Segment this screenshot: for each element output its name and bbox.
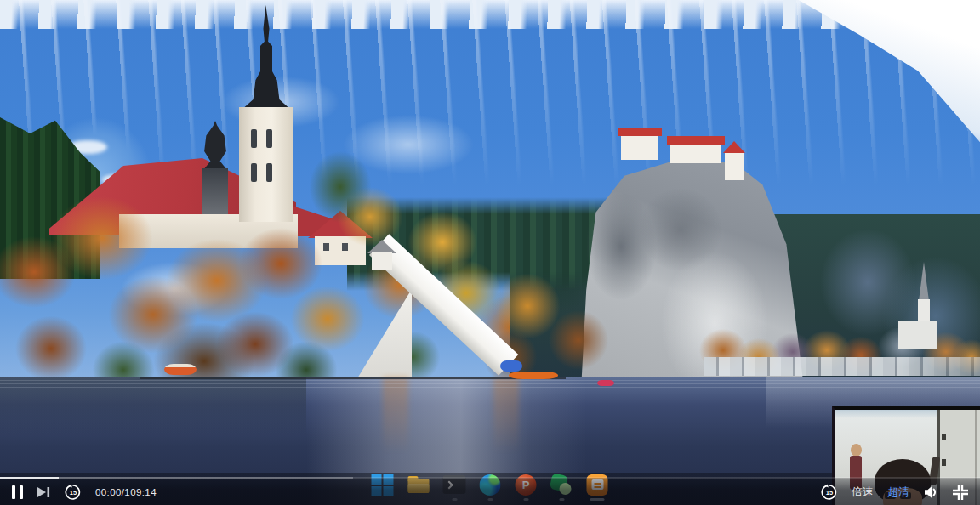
next-button[interactable]	[37, 486, 51, 498]
orange-boat	[509, 372, 558, 379]
castle-building	[621, 134, 658, 160]
next-icon	[37, 486, 51, 498]
volume-button[interactable]	[923, 485, 939, 499]
pause-button[interactable]	[12, 485, 23, 499]
svg-text:15: 15	[70, 489, 77, 496]
volume-icon	[923, 485, 939, 499]
svg-text:15: 15	[826, 489, 833, 496]
blue-boat	[500, 360, 522, 372]
video-player: P	[0, 0, 980, 505]
forward-15-icon: 15	[821, 484, 838, 501]
castle-roof	[667, 136, 725, 145]
staircase-pavilion	[368, 240, 396, 270]
time-display: 00:00/109:14	[95, 487, 157, 497]
dock-line	[140, 377, 566, 379]
lakefront-buildings	[704, 357, 980, 376]
exit-fullscreen-icon	[953, 485, 968, 500]
kayak	[597, 380, 614, 386]
castle-tower	[725, 151, 744, 180]
distant-church	[898, 321, 937, 349]
rewind-15-icon: 15	[65, 484, 82, 501]
forward-15-button[interactable]: 15	[821, 484, 838, 501]
background-figure	[851, 444, 862, 457]
speed-button[interactable]: 倍速	[852, 485, 874, 500]
boat	[164, 364, 197, 375]
rewind-15-button[interactable]: 15	[65, 484, 82, 501]
castle-roof	[618, 128, 662, 136]
control-bar: 15 00:00/109:14 15 倍速 超清	[0, 478, 980, 505]
controls-right: 15 倍速 超清	[821, 484, 968, 501]
castle-building	[670, 143, 721, 163]
exit-fullscreen-button[interactable]	[953, 485, 968, 500]
controls-left: 15 00:00/109:14	[12, 484, 157, 501]
quality-button[interactable]: 超清	[887, 485, 909, 500]
pause-icon	[12, 485, 23, 499]
